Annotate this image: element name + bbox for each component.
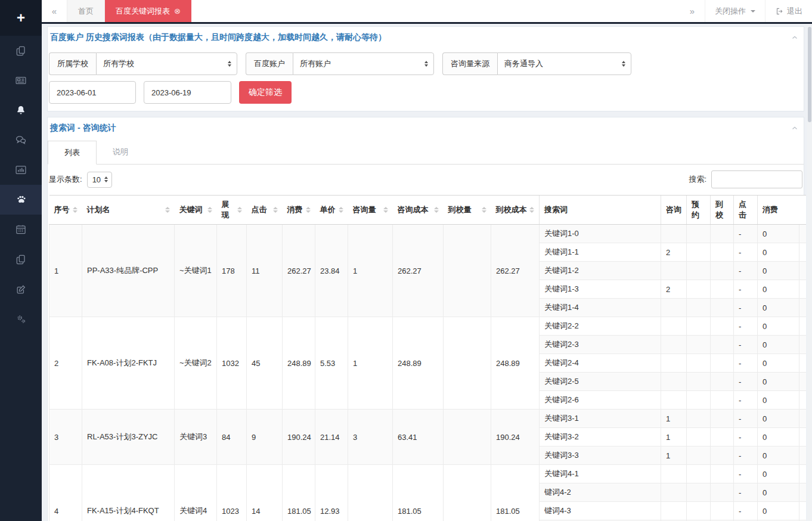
cell-visits — [444, 225, 491, 317]
cell-cost: 190.24 — [283, 410, 315, 465]
close-operations-dropdown[interactable]: 关闭操作 — [705, 0, 765, 22]
cell-search-term: 关键词4-1 — [540, 465, 661, 483]
tab-baidu-keyword-report-label: 百度关键词报表 — [116, 6, 170, 17]
column-header-label: 预约 — [692, 199, 705, 221]
column-header[interactable]: 展现 — [217, 196, 247, 225]
school-select-value: 所有学校 — [103, 58, 134, 69]
column-header: 咨询 — [661, 196, 687, 225]
tabs-scroll-left-button[interactable]: « — [42, 0, 67, 22]
sidebar-item-settings[interactable] — [0, 304, 42, 334]
select-arrows-icon — [104, 176, 108, 182]
column-header[interactable]: 到校量 — [444, 196, 491, 225]
cell-term-click: - — [734, 243, 758, 262]
column-header[interactable]: 单价 — [315, 196, 348, 225]
select-arrows-icon — [424, 61, 428, 67]
cell-term-click: - — [734, 483, 758, 502]
cell-inquiry-cost: 262.27 — [393, 225, 444, 317]
cell-term-cost: 0 — [758, 428, 799, 446]
cell-keyword: ~关键词1 — [175, 225, 217, 317]
tab-home[interactable]: 首页 — [67, 0, 105, 22]
apply-filter-button[interactable]: 确定筛选 — [239, 81, 292, 104]
sidebar-item-edit[interactable] — [0, 274, 42, 304]
search-input[interactable] — [711, 170, 802, 188]
column-header[interactable]: 关键词 — [175, 196, 217, 225]
column-header[interactable]: 点击 — [247, 196, 283, 225]
comments-icon — [15, 134, 27, 146]
logout-button[interactable]: 退出 — [765, 0, 812, 22]
cell-term-inquiry — [661, 354, 687, 373]
sort-icon — [207, 207, 212, 213]
sidebar-item-messages[interactable] — [0, 125, 42, 155]
tabs-scroll-right-button[interactable]: » — [680, 0, 705, 22]
cell-term-visit — [711, 262, 734, 280]
scrollbar-thumb[interactable] — [808, 27, 811, 122]
cell-keyword: 关键词3 — [175, 410, 217, 465]
sidebar-item-notifications[interactable] — [0, 95, 42, 125]
cell-index: 4 — [49, 465, 82, 521]
cell-keyword: ~关键词2 — [175, 317, 217, 410]
cell-unit-price: 23.84 — [315, 225, 348, 317]
cell-inquiries: 3 — [348, 410, 393, 465]
cell-term-reserve — [687, 299, 711, 317]
cell-term-cost: 0 — [758, 336, 799, 354]
column-header: 预约 — [687, 196, 711, 225]
column-header[interactable]: 咨询量 — [348, 196, 393, 225]
cell-term-reserve — [687, 225, 711, 243]
cell-search-term: 关键词2-2 — [540, 317, 661, 336]
sidebar-item-baidu[interactable] — [0, 185, 42, 215]
cell-term-reserve — [687, 465, 711, 483]
close-icon[interactable]: ⊗ — [174, 7, 181, 15]
cell-term-click: - — [734, 465, 758, 483]
cell-search-term: 键词4-2 — [540, 483, 661, 502]
sidebar-item-news[interactable] — [0, 66, 42, 95]
school-select[interactable]: 所有学校 — [96, 52, 237, 75]
date-from-input[interactable] — [49, 81, 136, 104]
column-header[interactable]: 咨询成本 — [393, 196, 444, 225]
cell-term-click: - — [734, 428, 758, 446]
sidebar-item-documents[interactable] — [0, 36, 42, 66]
cell-search-term: 关键词2-6 — [540, 391, 661, 410]
column-header[interactable]: 消费 — [283, 196, 315, 225]
source-select[interactable]: 商务通导入 — [497, 52, 631, 75]
cell-visits — [444, 465, 491, 521]
cell-plan-name: FK-A08-计划2-FKTJ — [82, 317, 175, 410]
date-to-input[interactable] — [144, 81, 231, 104]
tab-list[interactable]: 列表 — [48, 141, 97, 165]
sidebar-item-reports[interactable] — [0, 155, 42, 185]
cell-filler — [799, 243, 806, 262]
cell-term-inquiry — [661, 502, 687, 520]
page-size-label: 显示条数: — [49, 174, 82, 185]
stats-panel-collapse-button[interactable] — [791, 124, 799, 132]
source-filter-label: 咨询量来源 — [442, 52, 497, 75]
tab-baidu-keyword-report[interactable]: 百度关键词报表 ⊗ — [105, 0, 191, 22]
table-row: 2FK-A08-计划2-FKTJ~关键词2103245248.895.53124… — [49, 317, 806, 336]
cell-term-visit — [711, 428, 734, 446]
sidebar-item-calendar[interactable] — [0, 215, 42, 244]
cell-term-reserve — [687, 373, 711, 391]
cell-search-term: 关键词2-4 — [540, 354, 661, 373]
column-header-label: 咨询量 — [353, 204, 376, 215]
account-select[interactable]: 所有账户 — [293, 52, 434, 75]
source-filter-group: 咨询量来源 商务通导入 — [442, 52, 631, 75]
cell-term-click: - — [734, 225, 758, 243]
cell-term-click: - — [734, 446, 758, 465]
cell-term-inquiry: 2 — [661, 280, 687, 299]
sidebar: + — [0, 0, 42, 521]
column-header-label: 到校量 — [448, 204, 472, 215]
page-size-select[interactable]: 10 — [87, 172, 112, 188]
cell-filler — [799, 483, 806, 502]
filter-panel-collapse-button[interactable] — [791, 33, 799, 42]
column-header[interactable]: 序号 — [49, 196, 82, 225]
cell-term-click: - — [734, 280, 758, 299]
cell-clicks: 14 — [247, 465, 283, 521]
cell-term-reserve — [687, 391, 711, 410]
column-header[interactable]: 到校成本 — [491, 196, 540, 225]
vertical-scrollbar[interactable] — [807, 26, 812, 521]
cell-impressions: 84 — [217, 410, 247, 465]
sidebar-plus-button[interactable]: + — [0, 0, 42, 36]
tab-home-label: 首页 — [78, 6, 94, 17]
sidebar-item-files[interactable] — [0, 244, 42, 274]
plus-icon: + — [17, 10, 25, 26]
tab-description[interactable]: 说明 — [97, 141, 144, 164]
column-header[interactable]: 计划名 — [82, 196, 175, 225]
